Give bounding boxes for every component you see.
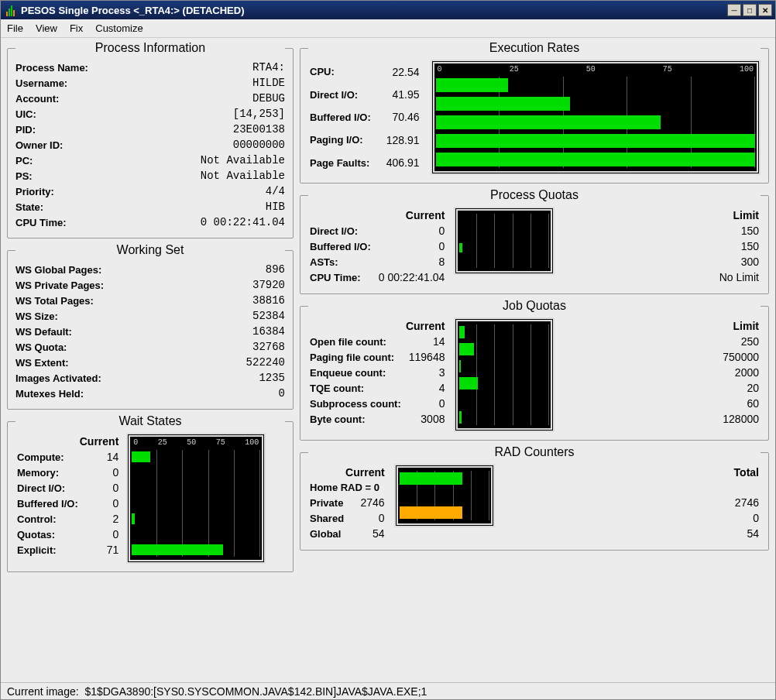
chart-bar [132,513,134,524]
working-set-panel: Working Set WS Global Pages:896WS Privat… [7,243,294,410]
row-label: Open file count: [310,335,401,348]
row-label: Shared [310,511,344,525]
row-label: Paging I/O: [310,129,371,150]
process-quotas-limit-header: Limit [564,208,759,222]
chart-bar [436,115,661,129]
table-row: Page Faults:406.91 [310,153,420,173]
row-label: Mutexes Held: [15,386,202,401]
chart-bar-row [459,214,549,226]
statusbar: Current image: $1$DGA3890:[SYS0.SYSCOMMO… [1,682,775,699]
row-label: TQE count: [310,381,401,395]
right-column: Execution Rates CPU:22.54Direct I/O:41.9… [300,41,769,681]
row-label: Direct I/O: [310,84,371,105]
row-value: 128000 [564,412,759,426]
row-value: 71 [80,543,119,557]
row-value: 3 [403,365,445,379]
row-value: 2746 [504,496,759,510]
row-label: WS Extent: [15,355,202,370]
table-row: Account:DEBUG [15,91,285,106]
left-column: Process Information Process Name:RTA4:Us… [7,41,294,681]
table-row: Buffered I/O:0 [17,496,118,510]
row-value: 406.91 [373,153,420,173]
chart-bar-row [132,496,260,510]
row-label: Private [310,496,344,510]
row-value: 38816 [202,293,285,308]
row-value: 0 [403,396,445,410]
table-row: Subprocess count:0 [310,396,445,410]
maximize-button[interactable]: □ [743,4,757,16]
chart-bar-row [459,228,549,240]
row-label: Byte count: [310,412,401,426]
chart-bar [132,451,149,462]
table-row: 54 [504,527,759,540]
table-row: WS Global Pages:896 [15,262,285,277]
row-value: 0 [373,224,445,238]
row-value: 300 [564,255,759,269]
menu-fix[interactable]: Fix [70,22,83,34]
row-label: Images Activated: [15,370,202,386]
rad-counters-title: RAD Counters [308,445,761,459]
row-label: Direct I/O: [310,224,371,238]
table-row: Compute:14 [17,450,118,464]
chart-bar [400,506,462,519]
row-label: Username: [15,75,140,91]
menu-view[interactable]: View [36,22,57,34]
row-value: 2000 [564,365,759,379]
row-label: CPU Time: [310,270,371,284]
row-value: 54 [345,527,385,540]
table-row: PID:23E00138 [15,122,285,137]
table-row: 2000 [564,365,759,379]
row-value: 4/4 [140,184,285,199]
row-label: Priority: [15,184,140,199]
table-row: Paging file count:119648 [310,350,445,364]
row-value: 20 [564,381,759,395]
row-value: 1235 [202,370,285,386]
statusbar-label: Current image: [7,685,79,698]
row-label: Buffered I/O: [310,239,371,253]
table-row: Direct I/O:0 [17,481,118,495]
table-row: 300 [564,255,759,269]
table-row: Direct I/O:41.95 [310,84,420,105]
minimize-button[interactable]: ─ [727,4,741,16]
row-value: HIB [140,199,285,214]
table-row: ASTs:8 [310,255,445,269]
row-label: Paging file count: [310,350,401,364]
window-controls: ─ □ ✕ [726,4,772,16]
table-row: 2746 [504,496,759,510]
chart-bar-row [132,465,260,479]
app-window: PESOS Single Process <_RTA4:> (DETACHED)… [0,0,776,700]
row-label: PS: [15,168,140,184]
row-value: 14 [403,335,445,348]
process-info-table: Process Name:RTA4:Username:HILDEAccount:… [15,60,285,230]
rad-counters-totals: Total 2746054 [503,464,761,542]
table-row: Paging I/O:128.91 [310,129,420,150]
table-row: Buffered I/O:70.46 [310,107,420,128]
row-label: Direct I/O: [17,481,78,495]
table-row: State:HIB [15,199,285,214]
titlebar: PESOS Single Process <_RTA4:> (DETACHED)… [1,1,775,19]
row-label: Buffered I/O: [17,496,78,510]
process-info-title: Process Information [15,41,285,55]
table-row: TQE count:4 [310,381,445,395]
chart-bar-row [459,242,549,254]
menu-customize[interactable]: Customize [95,22,142,34]
row-value: 32768 [202,339,285,355]
row-value: 70.46 [373,107,420,128]
row-value: 896 [202,262,285,277]
statusbar-value: $1$DGA3890:[SYS0.SYSCOMMON.JAVA$142.BIN]… [84,685,427,698]
row-value: 00000000 [140,137,285,153]
menubar: File View Fix Customize [1,19,775,38]
menu-file[interactable]: File [7,22,23,34]
row-value: 0 [80,465,119,479]
row-value: 4 [403,381,445,395]
chart-bar-row [400,471,489,486]
close-button[interactable]: ✕ [758,4,772,16]
rad-counters-panel: RAD Counters Current Home RAD = 0 Privat… [300,445,769,551]
table-row: WS Total Pages:38816 [15,293,285,308]
chart-bar-row [132,450,260,464]
table-row: WS Size:52384 [15,308,285,324]
table-row: Buffered I/O:0 [310,239,445,253]
chart-bar-row [436,151,755,168]
process-quotas-table: Current Direct I/O:0Buffered I/O:0ASTs:8… [308,207,446,286]
table-row: No Limit [564,270,759,284]
